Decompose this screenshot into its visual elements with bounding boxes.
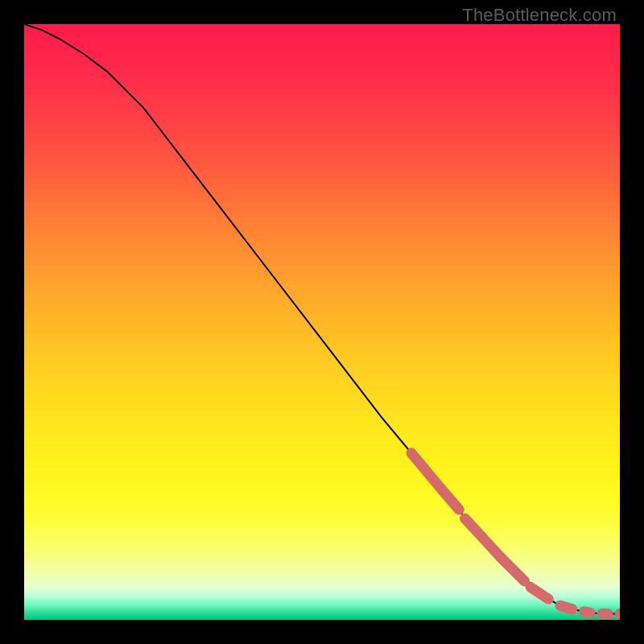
highlight-segment: [584, 612, 590, 613]
plot-area: [24, 24, 620, 620]
highlight-segment: [501, 557, 525, 581]
watermark-text: TheBottleneck.com: [462, 5, 617, 26]
highlight-end-dot: [615, 609, 621, 619]
bottleneck-curve: [24, 24, 620, 614]
highlight-segment: [441, 489, 459, 510]
highlight-segment: [411, 453, 441, 489]
highlight-segment: [465, 518, 501, 557]
highlight-segment: [560, 605, 572, 609]
highlight-segment: [530, 587, 548, 599]
chart-frame: TheBottleneck.com: [0, 0, 644, 644]
curve-layer: [24, 24, 620, 620]
